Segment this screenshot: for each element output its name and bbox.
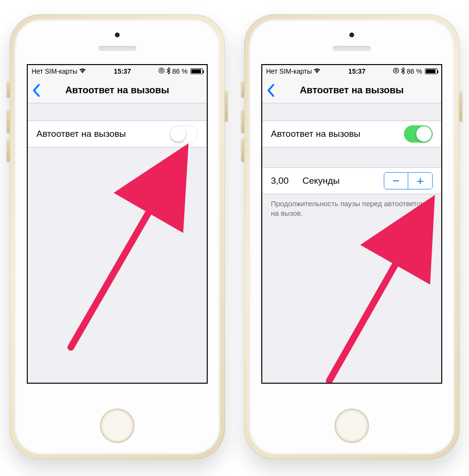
earpiece	[333, 46, 371, 51]
mute-switch	[7, 81, 10, 98]
svg-line-3	[329, 212, 425, 381]
autoanswer-toggle[interactable]	[169, 125, 198, 143]
battery-pct: 86 %	[407, 67, 422, 75]
autoanswer-toggle[interactable]	[404, 125, 433, 143]
mute-switch	[241, 81, 244, 98]
bluetooth-icon	[167, 67, 170, 76]
home-button[interactable]	[335, 409, 369, 443]
volume-down	[241, 139, 244, 162]
wifi-icon	[79, 68, 86, 75]
front-camera	[115, 33, 120, 37]
carrier-text: Нет SIM-карты	[266, 67, 312, 75]
status-bar: Нет SIM-карты 15:37 86 %	[28, 65, 207, 77]
screen-right: Нет SIM-карты 15:37 86 %	[261, 64, 442, 384]
autoanswer-group: Автоответ на вызовы	[28, 121, 207, 147]
battery-icon	[425, 68, 437, 74]
delay-value: 3,00	[271, 176, 300, 186]
delay-row: 3,00 Секунды − +	[262, 167, 441, 194]
home-button[interactable]	[100, 409, 134, 443]
front-camera	[349, 33, 354, 37]
delay-unit: Секунды	[300, 176, 384, 186]
autoanswer-row[interactable]: Автоответ на вызовы	[28, 121, 207, 147]
carrier-text: Нет SIM-карты	[32, 67, 77, 75]
bluetooth-icon	[401, 67, 405, 76]
delay-group: 3,00 Секунды − + Продолжительность паузы…	[262, 167, 441, 219]
phone-frame-right: Нет SIM-карты 15:37 86 %	[244, 14, 459, 459]
delay-stepper: − +	[384, 172, 433, 189]
phone-frame-left: Нет SIM-карты 15:37 86 %	[10, 14, 225, 459]
volume-up	[241, 110, 244, 133]
autoanswer-label: Автоответ на вызовы	[271, 129, 404, 139]
battery-icon	[190, 68, 203, 74]
stepper-minus-button[interactable]: −	[384, 173, 408, 189]
wifi-icon	[313, 68, 321, 75]
battery-pct: 86 %	[172, 67, 188, 75]
back-button[interactable]	[28, 84, 45, 97]
delay-note: Продолжительность паузы перед автоответо…	[262, 194, 441, 219]
power-button	[459, 91, 462, 122]
power-button	[225, 91, 228, 122]
earpiece	[98, 46, 136, 51]
stepper-plus-button[interactable]: +	[408, 173, 432, 189]
volume-down	[7, 139, 10, 162]
clock: 15:37	[114, 67, 131, 75]
page-title: Автоответ на вызовы	[28, 85, 207, 96]
annotation-arrow-right	[320, 199, 442, 384]
volume-up	[7, 110, 10, 133]
autoanswer-row[interactable]: Автоответ на вызовы	[262, 121, 441, 147]
status-bar: Нет SIM-карты 15:37 86 %	[262, 65, 441, 77]
nav-bar: Автоответ на вызовы	[28, 77, 207, 103]
back-button[interactable]	[262, 84, 279, 97]
page-title: Автоответ на вызовы	[262, 85, 441, 96]
svg-line-1	[71, 161, 179, 347]
autoanswer-label: Автоответ на вызовы	[36, 129, 169, 139]
autoanswer-group: Автоответ на вызовы	[262, 121, 441, 147]
annotation-arrow-left	[56, 146, 200, 359]
clock: 15:37	[348, 67, 366, 75]
screen-left: Нет SIM-карты 15:37 86 %	[27, 64, 208, 384]
orientation-lock-icon	[393, 67, 399, 75]
orientation-lock-icon	[158, 67, 165, 75]
nav-bar: Автоответ на вызовы	[262, 77, 441, 103]
